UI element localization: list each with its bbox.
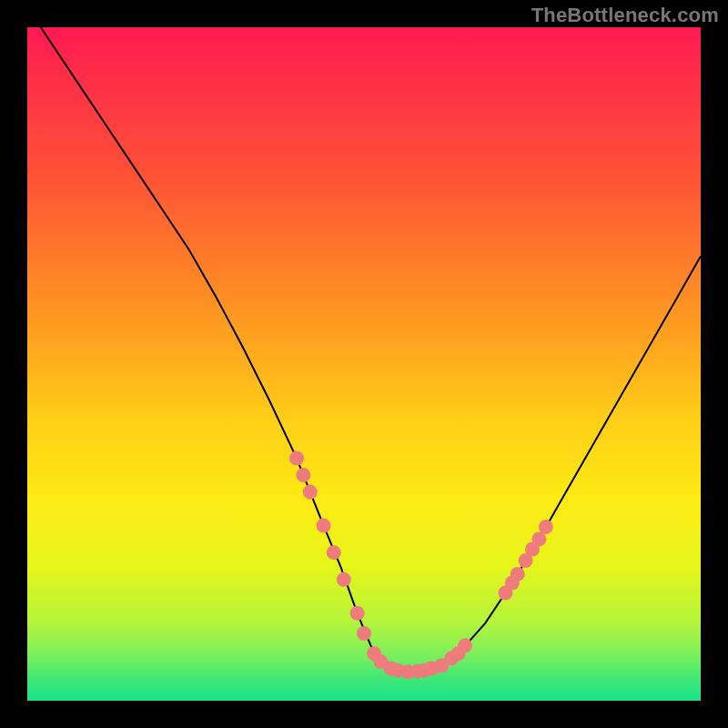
data-marker xyxy=(289,451,304,466)
data-marker xyxy=(303,485,318,500)
data-marker xyxy=(511,567,525,581)
marker-group xyxy=(289,451,553,680)
data-marker xyxy=(317,519,331,533)
data-marker xyxy=(539,520,553,534)
data-marker xyxy=(357,626,371,641)
plot-area xyxy=(27,27,701,701)
data-marker xyxy=(327,545,341,560)
data-marker xyxy=(350,606,365,621)
bottleneck-curve xyxy=(27,27,701,672)
watermark-text: TheBottleneck.com xyxy=(531,4,719,27)
data-marker xyxy=(458,638,472,652)
data-marker xyxy=(337,572,351,587)
plot-svg xyxy=(27,27,701,701)
data-marker xyxy=(296,468,310,482)
chart-frame: TheBottleneck.com xyxy=(0,0,728,728)
